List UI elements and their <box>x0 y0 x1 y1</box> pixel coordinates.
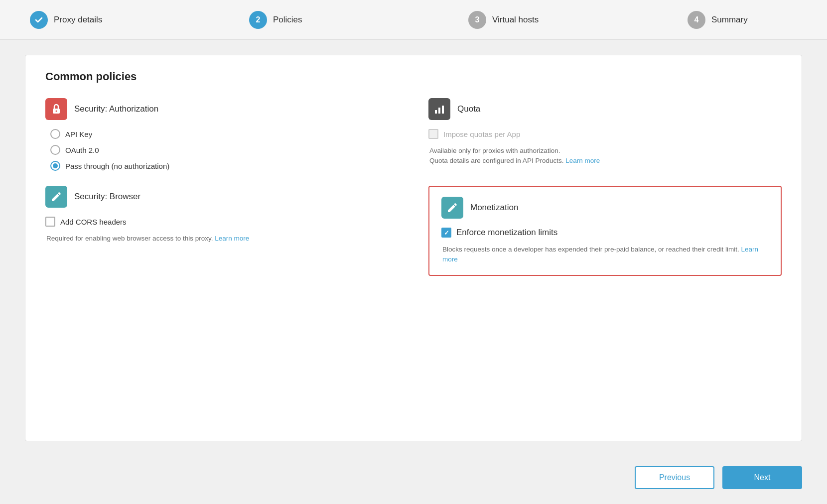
quota-icon <box>428 98 450 120</box>
quota-checkbox-input[interactable] <box>428 129 438 139</box>
step-circle-4: 4 <box>688 11 705 29</box>
quota-description: Available only for proxies with authoriz… <box>428 146 782 166</box>
cors-learn-more-link[interactable]: Learn more <box>215 235 249 242</box>
next-button[interactable]: Next <box>722 466 802 489</box>
security-browser-header: Security: Browser <box>45 186 399 208</box>
monetization-checkbox[interactable]: Enforce monetization limits <box>441 228 769 238</box>
security-browser-title: Security: Browser <box>74 192 140 202</box>
radio-passthrough-label: Pass through (no authorization) <box>65 162 169 170</box>
radio-api-key[interactable]: API Key <box>50 129 399 139</box>
policies-grid: Security: Authorization API Key OAuth 2.… <box>45 98 782 276</box>
radio-passthrough[interactable]: Pass through (no authorization) <box>50 161 399 171</box>
step-label-proxy-details: Proxy details <box>54 15 102 25</box>
monetization-icon <box>441 197 463 219</box>
step-label-summary: Summary <box>711 15 748 25</box>
monetization-checkbox-label: Enforce monetization limits <box>456 228 557 238</box>
quota-checkbox[interactable]: Impose quotas per App <box>428 129 782 139</box>
security-authorization-icon <box>45 98 67 120</box>
main-content: Common policies Security: Authorization <box>0 40 827 456</box>
svg-rect-2 <box>435 110 437 114</box>
svg-rect-3 <box>438 108 440 114</box>
step-circle-3: 3 <box>468 11 486 29</box>
security-browser-icon <box>45 186 67 208</box>
monetization-checkbox-input[interactable] <box>441 228 451 238</box>
radio-oauth[interactable]: OAuth 2.0 <box>50 145 399 155</box>
radio-passthrough-input[interactable] <box>50 161 60 171</box>
svg-rect-4 <box>442 106 444 114</box>
radio-oauth-input[interactable] <box>50 145 60 155</box>
quota-section: Quota Impose quotas per App Available on… <box>428 98 782 171</box>
step-virtual-hosts[interactable]: 3 Virtual hosts <box>468 11 578 29</box>
monetization-section: Monetization Enforce monetization limits… <box>428 186 782 276</box>
radio-api-key-label: API Key <box>65 130 92 138</box>
radio-api-key-input[interactable] <box>50 129 60 139</box>
step-circle-2: 2 <box>249 11 267 29</box>
security-browser-section: Security: Browser Add CORS headers Requi… <box>45 186 399 276</box>
security-authorization-header: Security: Authorization <box>45 98 399 120</box>
step-circle-1 <box>30 11 48 29</box>
monetization-box: Monetization Enforce monetization limits… <box>428 186 782 276</box>
step-label-virtual-hosts: Virtual hosts <box>492 15 539 25</box>
stepper: Proxy details 2 Policies 3 Virtual hosts… <box>0 0 827 40</box>
quota-learn-more-link[interactable]: Learn more <box>565 157 600 164</box>
cors-checkbox-input[interactable] <box>45 217 55 227</box>
step-summary[interactable]: 4 Summary <box>688 11 797 29</box>
card-title: Common policies <box>45 70 782 83</box>
step-label-policies: Policies <box>273 15 302 25</box>
security-authorization-section: Security: Authorization API Key OAuth 2.… <box>45 98 399 171</box>
monetization-description: Blocks requests once a developer has exp… <box>441 245 769 265</box>
quota-header: Quota <box>428 98 782 120</box>
monetization-title: Monetization <box>470 203 518 213</box>
radio-oauth-label: OAuth 2.0 <box>65 146 99 154</box>
policies-card: Common policies Security: Authorization <box>25 55 802 441</box>
cors-description: Required for enabling web browser access… <box>45 234 399 244</box>
cors-checkbox-label: Add CORS headers <box>60 218 127 226</box>
quota-title: Quota <box>457 104 480 114</box>
step-proxy-details[interactable]: Proxy details <box>30 11 139 29</box>
security-authorization-title: Security: Authorization <box>74 104 158 114</box>
monetization-header: Monetization <box>441 197 769 219</box>
svg-point-1 <box>56 111 57 112</box>
step-policies[interactable]: 2 Policies <box>249 11 359 29</box>
authorization-radio-group: API Key OAuth 2.0 Pass through (no autho… <box>45 129 399 171</box>
cors-checkbox[interactable]: Add CORS headers <box>45 217 399 227</box>
previous-button[interactable]: Previous <box>635 466 714 489</box>
quota-checkbox-label: Impose quotas per App <box>443 130 520 138</box>
bottom-navigation: Previous Next <box>0 456 827 504</box>
